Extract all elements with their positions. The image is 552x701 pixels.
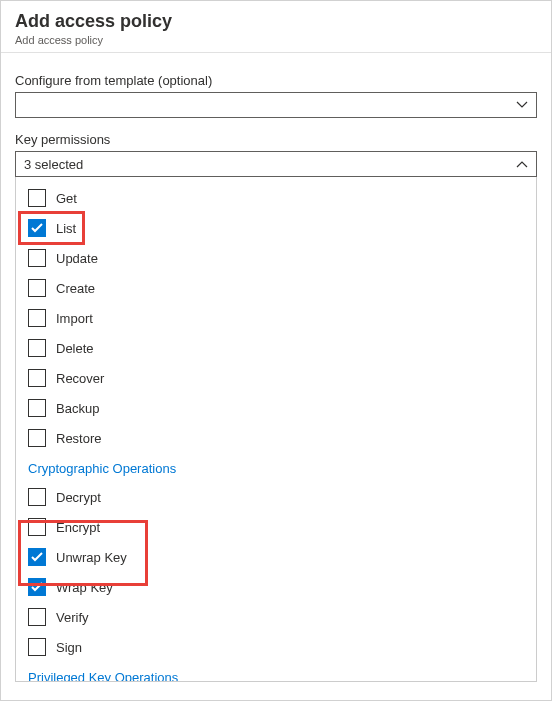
option-label: Import [56, 311, 93, 326]
key-mgmt-option[interactable]: Create [26, 273, 526, 303]
dropdown-scroll-area[interactable]: GetListUpdateCreateImportDeleteRecoverBa… [16, 177, 536, 681]
checkbox[interactable] [28, 219, 46, 237]
crypto-option[interactable]: Wrap Key [26, 572, 526, 602]
option-label: Get [56, 191, 77, 206]
option-label: Restore [56, 431, 102, 446]
checkbox[interactable] [28, 189, 46, 207]
template-select[interactable] [15, 92, 537, 118]
key-mgmt-option[interactable]: List [26, 213, 526, 243]
option-label: List [56, 221, 76, 236]
crypto-operations-header: Cryptographic Operations [26, 453, 526, 482]
key-mgmt-option[interactable]: Recover [26, 363, 526, 393]
chevron-down-icon [516, 101, 528, 109]
key-permissions-value: 3 selected [24, 157, 83, 172]
option-label: Decrypt [56, 490, 101, 505]
option-label: Create [56, 281, 95, 296]
checkbox[interactable] [28, 429, 46, 447]
key-mgmt-option[interactable]: Update [26, 243, 526, 273]
chevron-up-icon [516, 160, 528, 168]
crypto-option[interactable]: Decrypt [26, 482, 526, 512]
option-label: Wrap Key [56, 580, 113, 595]
option-label: Update [56, 251, 98, 266]
panel-header: Add access policy Add access policy [1, 1, 551, 53]
option-label: Verify [56, 610, 89, 625]
option-label: Recover [56, 371, 104, 386]
key-permissions-dropdown: GetListUpdateCreateImportDeleteRecoverBa… [15, 177, 537, 682]
checkbox[interactable] [28, 339, 46, 357]
crypto-option[interactable]: Encrypt [26, 512, 526, 542]
checkbox[interactable] [28, 548, 46, 566]
page-subtitle: Add access policy [15, 34, 537, 46]
checkbox[interactable] [28, 279, 46, 297]
checkbox[interactable] [28, 369, 46, 387]
key-mgmt-option[interactable]: Get [26, 183, 526, 213]
option-label: Unwrap Key [56, 550, 127, 565]
crypto-option[interactable]: Unwrap Key [26, 542, 526, 572]
key-mgmt-option[interactable]: Restore [26, 423, 526, 453]
option-label: Backup [56, 401, 99, 416]
option-label: Sign [56, 640, 82, 655]
crypto-option[interactable]: Verify [26, 602, 526, 632]
panel-body: Configure from template (optional) Key p… [1, 53, 551, 682]
privileged-operations-header: Privileged Key Operations [26, 662, 526, 681]
option-label: Delete [56, 341, 94, 356]
key-mgmt-option[interactable]: Import [26, 303, 526, 333]
checkbox[interactable] [28, 578, 46, 596]
checkbox[interactable] [28, 399, 46, 417]
key-permissions-label: Key permissions [15, 132, 537, 147]
checkbox[interactable] [28, 638, 46, 656]
key-permissions-select[interactable]: 3 selected [15, 151, 537, 177]
checkbox[interactable] [28, 309, 46, 327]
checkbox[interactable] [28, 249, 46, 267]
checkbox[interactable] [28, 518, 46, 536]
checkbox[interactable] [28, 488, 46, 506]
key-mgmt-option[interactable]: Delete [26, 333, 526, 363]
page-title: Add access policy [15, 11, 537, 32]
checkbox[interactable] [28, 608, 46, 626]
key-mgmt-option[interactable]: Backup [26, 393, 526, 423]
crypto-option[interactable]: Sign [26, 632, 526, 662]
template-label: Configure from template (optional) [15, 73, 537, 88]
option-label: Encrypt [56, 520, 100, 535]
